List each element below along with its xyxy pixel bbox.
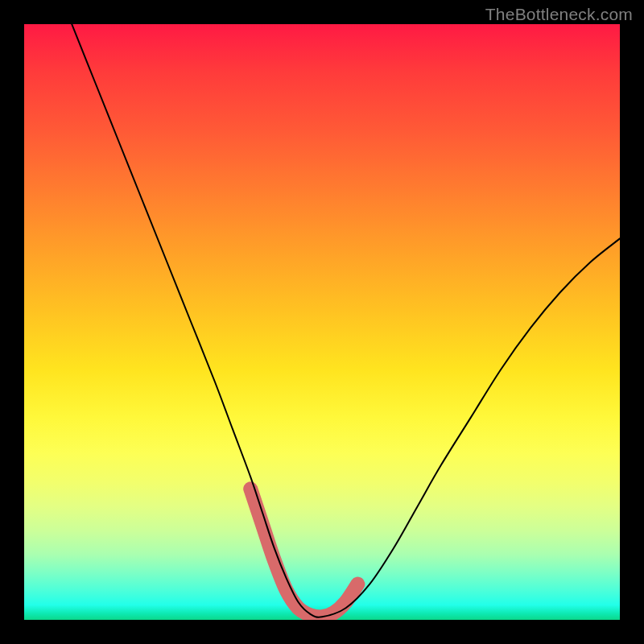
highlight-segment bbox=[250, 489, 357, 617]
curve-overlay bbox=[24, 24, 620, 620]
attribution-text: TheBottleneck.com bbox=[485, 5, 633, 24]
bottleneck-curve bbox=[72, 24, 620, 617]
chart-area bbox=[24, 24, 620, 620]
